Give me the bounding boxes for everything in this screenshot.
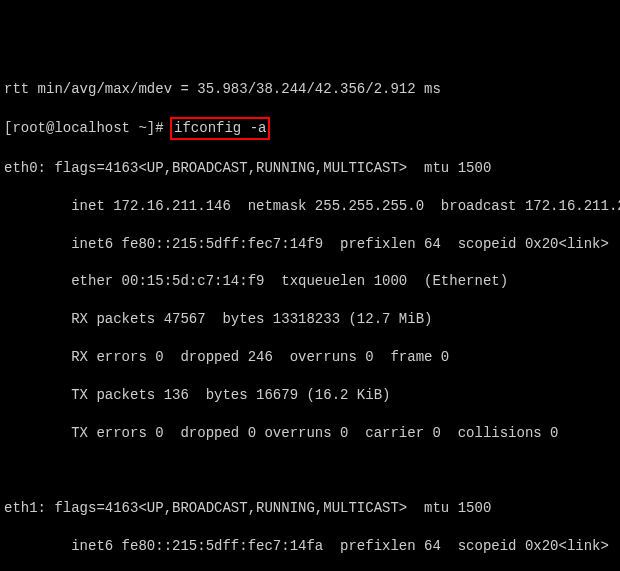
- eth0-inet6: inet6 fe80::215:5dff:fec7:14f9 prefixlen…: [4, 235, 616, 254]
- eth0-ether: ether 00:15:5d:c7:14:f9 txqueuelen 1000 …: [4, 272, 616, 291]
- eth0-rx-packets: RX packets 47567 bytes 13318233 (12.7 Mi…: [4, 310, 616, 329]
- eth0-inet: inet 172.16.211.146 netmask 255.255.255.…: [4, 197, 616, 216]
- eth0-flags: eth0: flags=4163<UP,BROADCAST,RUNNING,MU…: [4, 159, 616, 178]
- rtt-summary-line: rtt min/avg/max/mdev = 35.983/38.244/42.…: [4, 80, 616, 99]
- eth0-rx-errors: RX errors 0 dropped 246 overruns 0 frame…: [4, 348, 616, 367]
- shell-prompt: [root@localhost ~]#: [4, 120, 172, 136]
- blank-line: [4, 461, 616, 480]
- prompt-line: [root@localhost ~]# ifconfig -a: [4, 117, 616, 140]
- eth1-flags: eth1: flags=4163<UP,BROADCAST,RUNNING,MU…: [4, 499, 616, 518]
- command-highlight: ifconfig -a: [170, 117, 270, 140]
- eth0-tx-errors: TX errors 0 dropped 0 overruns 0 carrier…: [4, 424, 616, 443]
- eth0-tx-packets: TX packets 136 bytes 16679 (16.2 KiB): [4, 386, 616, 405]
- eth1-inet6: inet6 fe80::215:5dff:fec7:14fa prefixlen…: [4, 537, 616, 556]
